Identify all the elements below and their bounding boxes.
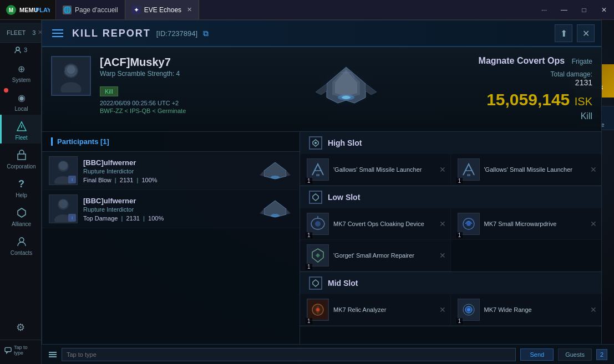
module-remove-icon[interactable]: ✕ <box>439 165 446 174</box>
module-img-mwd <box>458 213 480 235</box>
svg-point-6 <box>16 47 19 50</box>
bottom-bar: Send Guests 2 <box>42 344 614 364</box>
participant-ship-1: Rupture Interdictor <box>83 168 252 175</box>
sidebar-item-help[interactable]: ? Help <box>0 172 41 201</box>
mid-slot-icon <box>309 276 322 290</box>
mid-slot-header: Mid Slot <box>300 272 601 294</box>
svg-rect-46 <box>308 160 328 180</box>
svg-point-27 <box>67 65 75 74</box>
module-remove-relic[interactable]: ✕ <box>439 305 446 314</box>
modules-panel: High Slot <box>300 132 601 364</box>
close-button[interactable]: ✕ <box>594 0 614 20</box>
module-qty-cloak: 1 <box>306 232 312 238</box>
module-remove-mwd[interactable]: ✕ <box>590 219 597 228</box>
settings-icon[interactable]: ⚙ <box>0 315 41 340</box>
sidebar-item-contacts-label: Contacts <box>11 250 32 256</box>
tab-game[interactable]: ✦ EVE Echoes ✕ <box>125 0 199 19</box>
kill-stats: Magnate Covert Ops Frigate Total damage:… <box>399 56 592 122</box>
sidebar-item-system[interactable]: ⊕ System <box>0 57 41 86</box>
user-count: 3 <box>9 43 32 57</box>
minimize-button[interactable]: — <box>554 0 574 20</box>
svg-point-65 <box>467 308 470 311</box>
module-qty-mwd: 1 <box>456 232 463 238</box>
module-img-wide-range <box>458 299 480 321</box>
panel-id: [ID:7237894] <box>156 29 197 38</box>
panel-actions: ⬆ ✕ <box>555 24 595 42</box>
damage-1: 2131 <box>120 177 133 183</box>
panel-close-button[interactable]: ✕ <box>577 24 595 42</box>
sidebar-item-fleet[interactable]: Fleet <box>0 115 41 143</box>
module-name-wide-range: MK7 Wide Range <box>484 306 532 314</box>
low-slot-header: Low Slot <box>300 186 601 208</box>
home-tab-icon: 🌐 <box>63 6 72 14</box>
damage-2: 2131 <box>126 215 139 222</box>
svg-point-11 <box>19 238 24 242</box>
module-name-armor: 'Gorget' Small Armor Repairer <box>333 252 414 259</box>
corporation-icon <box>15 148 28 162</box>
rank-badge-1: I <box>68 173 76 184</box>
module-remove-wide-range[interactable]: ✕ <box>590 305 597 314</box>
module-qty-2: 1 <box>456 178 463 184</box>
svg-marker-58 <box>313 280 318 286</box>
module-mwd: 1 MK7 Small Microwarpdrive ✕ <box>451 208 602 240</box>
send-button[interactable]: Send <box>520 348 554 361</box>
participant-avatar-1: I <box>49 156 78 185</box>
kill-badge: Kill <box>100 86 118 96</box>
hamburger-line <box>52 36 63 37</box>
module-remove-armor[interactable]: ✕ <box>439 251 446 260</box>
kill-timestamp: 2022/06/09 00:25:56 UTC +2 <box>100 100 293 106</box>
module-img-armor <box>307 244 329 266</box>
module-remove-icon-2[interactable]: ✕ <box>590 165 597 174</box>
sidebar-item-system-label: System <box>12 77 31 83</box>
sidebar: FLEET 3 ✕ 3 ⊕ System ◉ Local Fleet <box>0 20 42 364</box>
percent-1: 100% <box>141 177 157 183</box>
svg-marker-10 <box>18 208 26 217</box>
tab-close-icon[interactable]: ✕ <box>187 6 192 13</box>
sidebar-item-help-label: Help <box>16 192 27 198</box>
stat-label-1: Final Blow <box>83 177 111 183</box>
svg-point-43 <box>271 214 280 217</box>
maximize-button[interactable]: □ <box>574 0 594 20</box>
module-qty-wide-range: 1 <box>456 318 463 324</box>
tab-game-label: EVE Echoes <box>144 6 181 14</box>
mid-slot-modules: 1 MK7 Relic Analyzer ✕ <box>300 294 601 326</box>
export-button[interactable]: ⬆ <box>555 24 572 42</box>
sidebar-item-contacts[interactable]: Contacts <box>0 230 41 259</box>
participant-ship-img-2 <box>257 197 293 221</box>
module-img-gallows-1 <box>307 158 329 181</box>
module-name-mwd: MK7 Small Microwarpdrive <box>484 220 557 228</box>
module-name-gallows-2: 'Gallows' Small Missile Launcher <box>484 166 572 173</box>
more-button[interactable]: ··· <box>534 0 554 20</box>
participant-item: I [BBC]ulfwerner Rupture Interdictor Fin… <box>42 152 300 190</box>
module-remove-cloak[interactable]: ✕ <box>439 219 446 228</box>
participant-info-2: [BBC]ulfwerner Rupture Interdictor Top D… <box>83 197 252 222</box>
module-qty-relic: 1 <box>306 318 312 324</box>
panel-header: KILL REPORT [ID:7237894] ⧉ ⬆ ✕ <box>42 20 601 47</box>
ship-class: Magnate Covert Ops <box>479 56 565 65</box>
isk-label: ISK <box>575 95 592 107</box>
chat-input[interactable] <box>62 348 516 361</box>
low-slot-modules: 1 MK7 Covert Ops Cloaking Device ✕ <box>300 208 601 271</box>
kill-info-section: [ACF]Musky7 Warp Scramble Strength: 4 Ki… <box>42 47 601 132</box>
participant-info-1: [BBC]ulfwerner Rupture Interdictor Final… <box>83 158 252 183</box>
sidebar-item-local[interactable]: ◉ Local <box>0 86 41 115</box>
total-damage-label: Total damage: <box>399 70 592 78</box>
total-damage-value: 2131 <box>399 78 592 87</box>
module-item-2: 1 'Gallows' Small Missile Launcher ✕ <box>451 154 602 186</box>
sidebar-item-alliance[interactable]: Alliance <box>0 201 41 230</box>
title-bar: M MEMU PLAY 🌐 Page d'accueil ✦ EVE Echoe… <box>0 0 614 20</box>
svg-rect-36 <box>55 165 58 166</box>
tab-home[interactable]: 🌐 Page d'accueil <box>56 0 125 19</box>
module-img-gallows-2 <box>458 158 480 181</box>
victim-warp-scramble: Warp Scramble Strength: 4 <box>100 70 293 78</box>
high-slot-section: High Slot <box>300 132 601 186</box>
copy-icon[interactable]: ⧉ <box>203 29 209 38</box>
chat-count: 2 <box>596 349 607 360</box>
module-cloak: 1 MK7 Covert Ops Cloaking Device ✕ <box>300 208 451 240</box>
hamburger-menu-button[interactable] <box>49 24 67 42</box>
local-notification-dot <box>4 88 8 93</box>
panel-title: KILL REPORT <box>72 28 151 39</box>
sidebar-item-corporation[interactable]: Corporation <box>0 143 41 172</box>
guests-button[interactable]: Guests <box>558 348 592 361</box>
stat-label-2: Top Damage <box>83 215 118 222</box>
